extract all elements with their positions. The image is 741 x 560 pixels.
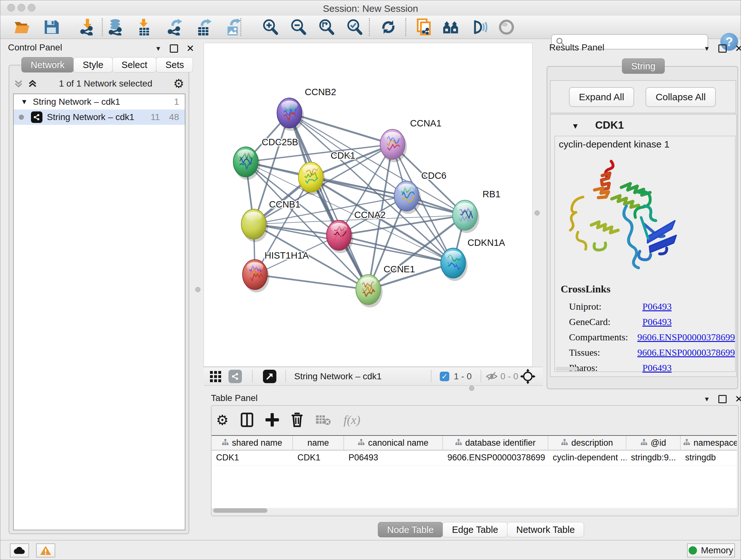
left-splitter-handle[interactable] — [195, 287, 200, 292]
table-cell[interactable]: stringdb:9... — [626, 450, 681, 465]
selected-checkbox[interactable]: ✓ — [440, 372, 449, 381]
disclosure-triangle-icon[interactable]: ▼ — [571, 122, 579, 131]
tab-sets[interactable]: Sets — [156, 57, 193, 72]
crosslink-link[interactable]: 9606.ENSP00000378699 — [637, 347, 735, 358]
clone-network-icon[interactable] — [416, 19, 432, 36]
show-columns-icon[interactable] — [241, 413, 253, 427]
column-header-shared-name[interactable]: shared name — [212, 436, 293, 450]
network-canvas[interactable]: CCNB2CCNA1CDC25BCDK1CDC6RB1CCNB1CCNA2CDK… — [204, 43, 533, 367]
network-node-RB1[interactable]: RB1 — [453, 189, 500, 233]
float-panel-icon[interactable] — [170, 44, 178, 53]
footer-separator — [431, 370, 431, 382]
function-builder-icon[interactable]: f(x) — [343, 413, 360, 427]
disclosure-triangle-icon[interactable]: ▼ — [21, 98, 28, 106]
warnings-button[interactable] — [36, 543, 55, 557]
gear-icon[interactable]: ⚙ — [173, 77, 184, 91]
table-gear-icon[interactable]: ⚙ — [216, 412, 228, 428]
crosslink-link[interactable]: P06493 — [643, 301, 672, 312]
apply-layout-icon[interactable] — [380, 19, 397, 36]
network-node-CCNA1[interactable]: CCNA1 — [380, 118, 441, 162]
table-cell[interactable]: stringdb — [681, 450, 737, 465]
network-node-HIST1H1A[interactable]: HIST1H1A — [243, 250, 309, 293]
results-hscroll-thumb[interactable] — [556, 367, 578, 371]
float-panel-icon[interactable] — [718, 395, 727, 403]
network-edge-CCNE1-HIST1H1A[interactable] — [255, 274, 368, 290]
hide-graphics-details-icon[interactable] — [471, 19, 487, 36]
node-label: HIST1H1A — [265, 250, 309, 260]
crosslink-link[interactable]: P06493 — [643, 316, 672, 327]
table-hscroll-thumb[interactable] — [213, 508, 267, 513]
network-node-CDKN1A[interactable]: CDKN1A — [441, 238, 505, 281]
collapse-all-button[interactable]: Collapse All — [646, 87, 716, 107]
column-header-name[interactable]: name — [293, 436, 344, 450]
table-cell[interactable]: 9606.ENSP00000378699 — [443, 450, 548, 465]
crosslink-link[interactable]: 9606.ENSP00000378699 — [637, 332, 735, 343]
close-panel-icon[interactable]: ✕ — [186, 45, 194, 52]
right-splitter-handle[interactable] — [535, 210, 540, 215]
zoom-fit-icon[interactable] — [318, 19, 335, 36]
add-column-icon[interactable] — [266, 413, 279, 427]
tab-network[interactable]: Network — [21, 57, 74, 72]
column-header-description[interactable]: description — [548, 436, 626, 450]
table-cell[interactable]: CDK1 — [212, 450, 293, 465]
export-table-icon[interactable] — [196, 19, 212, 36]
network-node-CDC25B[interactable]: CDC25B — [233, 137, 298, 180]
column-header-namespace[interactable]: namespace — [681, 436, 737, 450]
graphics-details-icon[interactable] — [443, 19, 459, 36]
network-share-icon[interactable] — [228, 370, 242, 383]
delete-column-icon[interactable] — [291, 413, 303, 427]
shared-column-icon — [683, 438, 690, 448]
bottom-splitter-handle[interactable] — [469, 386, 474, 391]
table-row[interactable]: CDK1CDK1P064939606.ENSP00000378699cyclin… — [212, 450, 737, 465]
titlebar: Session: New Session — [0, 0, 741, 16]
open-session-icon[interactable] — [14, 19, 30, 36]
tab-edge-table[interactable]: Edge Table — [443, 522, 508, 537]
save-session-icon[interactable] — [43, 19, 60, 36]
crosslinks-list: Uniprot:P06493GeneCard:P06493Compartment… — [555, 297, 735, 378]
zoom-out-icon[interactable] — [290, 19, 307, 36]
export-network-icon[interactable] — [166, 19, 183, 36]
import-network-database-icon[interactable] — [107, 19, 124, 36]
collapse-panel-icon[interactable]: ▼ — [704, 45, 710, 52]
collapse-panel-icon[interactable]: ▼ — [704, 395, 710, 403]
cloud-button[interactable] — [10, 543, 29, 557]
fit-selected-crosshair-icon[interactable] — [520, 369, 536, 384]
table-cell[interactable]: P06493 — [344, 450, 443, 465]
tab-network-table[interactable]: Network Table — [507, 522, 584, 537]
hidden-eye-icon[interactable] — [486, 371, 498, 382]
grid-view-icon[interactable] — [209, 370, 222, 383]
delete-table-icon[interactable] — [315, 414, 331, 426]
tab-node-table[interactable]: Node Table — [378, 522, 443, 537]
column-header-canonical-name[interactable]: canonical name — [344, 436, 443, 450]
tab-select[interactable]: Select — [112, 57, 157, 72]
column-header-@id[interactable]: @id — [626, 436, 681, 450]
tab-string[interactable]: String — [622, 58, 665, 74]
expand-all-button[interactable]: Expand All — [569, 87, 634, 107]
crosslink-link[interactable]: P06493 — [643, 362, 672, 373]
zoom-in-icon[interactable] — [262, 19, 279, 36]
export-image-icon[interactable] — [225, 19, 242, 36]
float-panel-icon[interactable] — [718, 44, 727, 53]
import-table-icon[interactable] — [136, 19, 152, 36]
network-node-CCNE1[interactable]: CCNE1 — [356, 264, 415, 307]
close-panel-icon[interactable]: ✕ — [735, 396, 741, 402]
collapse-panel-icon[interactable]: ▼ — [155, 45, 161, 52]
collapse-all-icon[interactable] — [27, 78, 38, 89]
tab-style[interactable]: Style — [73, 57, 112, 72]
table-cell[interactable]: CDK1 — [293, 450, 344, 465]
network-collection-row[interactable]: ▼ String Network – cdk1 1 — [14, 94, 185, 110]
memory-button[interactable]: Memory — [687, 543, 735, 557]
network-row[interactable]: String Network – cdk1 11 48 — [14, 110, 185, 125]
network-edge-CCNB2-CCNE1[interactable] — [289, 113, 368, 290]
column-header-database-identifier[interactable]: database identifier — [443, 436, 548, 450]
expand-all-icon[interactable] — [13, 78, 24, 89]
table-hscrollbar[interactable] — [212, 508, 736, 513]
birdseye-toggle-icon[interactable] — [498, 19, 515, 36]
import-network-file-icon[interactable] — [79, 19, 95, 36]
zoom-selected-icon[interactable] — [346, 19, 363, 36]
birdseye-view-icon[interactable] — [263, 370, 276, 383]
network-edge-CCNB2-CCNA1[interactable] — [289, 113, 393, 144]
close-panel-icon[interactable]: ✕ — [735, 45, 741, 52]
table-cell[interactable]: cyclin-dependent ... — [548, 450, 626, 465]
results-panel-title: Results Panel — [549, 43, 604, 53]
